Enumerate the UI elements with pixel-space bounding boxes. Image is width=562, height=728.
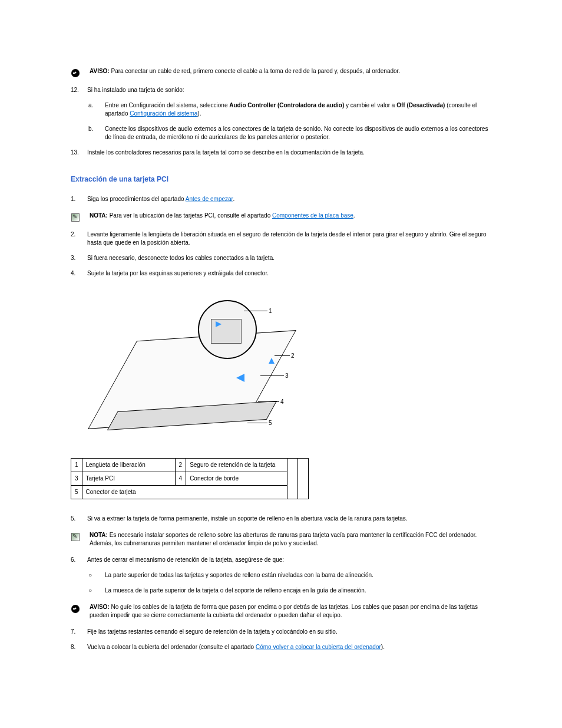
- aviso-label: AVISO:: [90, 68, 110, 74]
- legend-label: Tarjeta PCI: [82, 472, 175, 485]
- step-letter: b.: [88, 125, 100, 141]
- link-componentes-placa[interactable]: Componentes de la placa base: [272, 212, 353, 219]
- table-row: 5 Conector de tarjeta: [71, 485, 309, 499]
- step-body: Si ha instalado una tarjeta de sonido:: [87, 86, 491, 94]
- sub-body: La muesca de la parte superior de la tar…: [105, 587, 491, 595]
- aviso-body-post: correctamente la cubierta del ordenador …: [167, 612, 342, 618]
- step-letter: a.: [88, 101, 100, 118]
- legend-num: 3: [71, 472, 82, 485]
- text-post: ).: [381, 644, 385, 650]
- text-off: Off (Desactivada): [396, 102, 445, 108]
- step-12: 12. Si ha instalado una tarjeta de sonid…: [71, 86, 491, 94]
- step-body: Conecte los dispositivos de audio extern…: [105, 125, 491, 141]
- table-row: 1 Lengüeta de liberación 2 Seguro de ret…: [71, 458, 309, 472]
- aviso-text: AVISO: No guíe los cables de la tarjeta …: [90, 603, 491, 620]
- legend-label: Lengüeta de liberación: [82, 458, 175, 472]
- step-body: Siga los procedimientos del apartado Ant…: [87, 195, 491, 203]
- callout-1: 1: [269, 307, 272, 315]
- notice-icon: [71, 604, 80, 614]
- step-num: 3.: [71, 254, 82, 262]
- sub-body: La parte superior de todas las tarjetas …: [105, 571, 491, 579]
- step-body: Levante ligeramente la lengüeta de liber…: [87, 230, 491, 247]
- link-colocar-cubierta[interactable]: Cómo volver a colocar la cubierta del or…: [256, 644, 381, 650]
- note-icon: [71, 532, 80, 542]
- step-4: 4. Sujete la tarjeta por las esquinas su…: [71, 269, 491, 278]
- step-1: 1. Siga los procedimientos del apartado …: [71, 195, 491, 203]
- legend-label: Conector de tarjeta: [82, 485, 287, 499]
- step-12a: a. Entre en Configuración del sistema, s…: [71, 101, 491, 118]
- legend-num: 5: [71, 485, 82, 499]
- link-antes-empezar[interactable]: Antes de empezar: [186, 196, 233, 202]
- legend-num: 1: [71, 458, 82, 472]
- nota-ubicacion-pci: NOTA: Para ver la ubicación de las tarje…: [71, 212, 491, 222]
- callout-4: 4: [280, 398, 284, 406]
- nota-text: NOTA: Es necesario instalar soportes de …: [90, 531, 491, 548]
- text-post: .: [233, 196, 234, 202]
- aviso-cables-tarjeta: AVISO: No guíe los cables de la tarjeta …: [71, 603, 491, 620]
- step-num: 8.: [71, 643, 82, 651]
- step-2: 2. Levante ligeramente la lengüeta de li…: [71, 230, 491, 247]
- callout-2: 2: [291, 352, 295, 360]
- legend-spacer: [287, 458, 298, 499]
- text-close: ).: [197, 110, 201, 117]
- nota-label: NOTA:: [90, 212, 108, 219]
- nota-body: Es necesario instalar soportes de rellen…: [90, 532, 477, 546]
- step-6: 6. Antes de cerrar el mecanismo de reten…: [71, 556, 491, 564]
- text-pre: Siga los procedimientos del apartado: [87, 196, 186, 202]
- bullet: ○: [88, 571, 100, 579]
- aviso-body: Para conectar un cable de red, primero c…: [111, 68, 401, 74]
- step-num: 5.: [71, 515, 82, 523]
- step-num: 6.: [71, 556, 82, 564]
- legend-label: Seguro de retención de la tarjeta: [186, 458, 287, 472]
- text-pre: Vuelva a colocar la cubierta del ordenad…: [87, 644, 256, 650]
- step-num: 13.: [71, 149, 82, 157]
- callout-3: 3: [285, 372, 289, 380]
- step-body: Si fuera necesario, desconecte todos los…: [87, 254, 491, 262]
- nota-text: NOTA: Para ver la ubicación de las tarje…: [90, 212, 491, 220]
- text-mid: Audio Controller (Controladora de audio): [229, 102, 344, 108]
- step-num: 7.: [71, 628, 82, 636]
- text-pre: Entre en Configuración del sistema, sele…: [105, 102, 229, 108]
- step-num: 2.: [71, 230, 82, 247]
- nota-soportes-relleno: NOTA: Es necesario instalar soportes de …: [71, 531, 491, 548]
- step-5: 5. Si va a extraer la tarjeta de forma p…: [71, 515, 491, 523]
- text-post: y cambie el valor a: [344, 102, 396, 108]
- nota-body-pre: Para ver la ubicación de las tarjetas PC…: [110, 212, 272, 219]
- step-body: Fije las tarjetas restantes cerrando el …: [87, 628, 491, 636]
- notice-icon: [71, 68, 80, 78]
- step-12b: b. Conecte los dispositivos de audio ext…: [71, 125, 491, 141]
- link-config-sistema[interactable]: Configuración del sistema: [130, 110, 197, 117]
- step-body: Sujete la tarjeta por las esquinas super…: [87, 269, 491, 278]
- callout-5: 5: [269, 419, 272, 427]
- nota-label: NOTA:: [90, 532, 108, 538]
- diagram-pci-removal: 1 2 3 4 5: [98, 288, 298, 442]
- step-num: 4.: [71, 269, 82, 278]
- legend-num: 4: [175, 472, 186, 485]
- step-3: 3. Si fuera necesario, desconecte todos …: [71, 254, 491, 262]
- step-6-sub2: ○ La muesca de la parte superior de la t…: [71, 587, 491, 595]
- step-6-sub1: ○ La parte superior de todas las tarjeta…: [71, 571, 491, 579]
- step-body: Vuelva a colocar la cubierta del ordenad…: [87, 643, 491, 651]
- legend-spacer: [298, 458, 309, 499]
- aviso-text: AVISO: Para conectar un cable de red, pr…: [90, 67, 491, 75]
- step-7: 7. Fije las tarjetas restantes cerrando …: [71, 628, 491, 636]
- bullet: ○: [88, 587, 100, 595]
- step-13: 13. Instale los controladores necesarios…: [71, 149, 491, 157]
- legend-num: 2: [175, 458, 186, 472]
- note-icon: [71, 213, 80, 222]
- table-row: 3 Tarjeta PCI 4 Conector de borde: [71, 472, 309, 485]
- step-num: 1.: [71, 195, 82, 203]
- aviso-cable-red: AVISO: Para conectar un cable de red, pr…: [71, 67, 491, 78]
- legend-label: Conector de borde: [186, 472, 287, 485]
- step-body: Instale los controladores necesarios par…: [87, 149, 491, 157]
- nota-body-post: .: [353, 212, 355, 219]
- step-8: 8. Vuelva a colocar la cubierta del orde…: [71, 643, 491, 651]
- step-body: Antes de cerrar el mecanismo de retenció…: [87, 556, 491, 564]
- heading-extraccion-pci: Extracción de una tarjeta PCI: [71, 174, 491, 185]
- step-body: Si va a extraer la tarjeta de forma perm…: [87, 515, 491, 523]
- step-body: Entre en Configuración del sistema, sele…: [105, 101, 491, 118]
- aviso-label: AVISO:: [90, 604, 110, 610]
- step-num: 12.: [71, 86, 82, 94]
- diagram-legend-table: 1 Lengüeta de liberación 2 Seguro de ret…: [71, 458, 309, 499]
